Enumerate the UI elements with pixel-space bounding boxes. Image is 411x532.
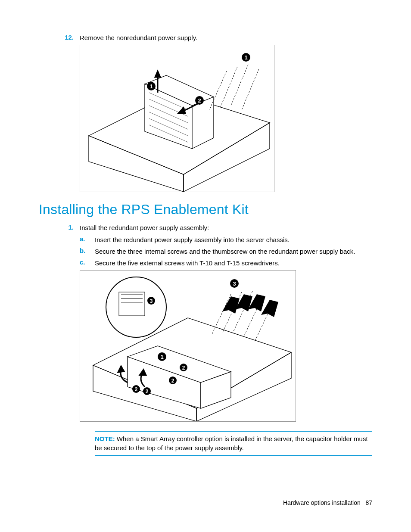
section-heading: Installing the RPS Enablement Kit — [39, 202, 372, 218]
substep-text: Insert the redundant power supply assemb… — [95, 235, 372, 244]
rps-install-illustration-icon: 3 1 2 2 2 2 3 — [80, 271, 296, 421]
substep-b: b. Secure the three internal screws and … — [80, 247, 372, 256]
svg-text:2: 2 — [146, 389, 149, 395]
svg-text:2: 2 — [182, 365, 185, 371]
svg-point-31 — [106, 277, 166, 337]
step-12: 12. Remove the nonredundant power supply… — [39, 34, 372, 42]
footer-section: Hardware options installation — [283, 499, 361, 506]
substep-text: Secure the three internal screws and the… — [95, 247, 372, 256]
svg-text:1: 1 — [244, 54, 247, 61]
substep-c: c. Secure the five external screws with … — [80, 258, 372, 268]
step-text: Remove the nonredundant power supply. — [80, 34, 372, 42]
substep-a: a. Insert the redundant power supply ass… — [80, 235, 372, 244]
substep-letter: b. — [80, 247, 95, 256]
step-text: Install the redundant power supply assem… — [80, 224, 372, 232]
svg-text:1: 1 — [149, 83, 153, 90]
substep-letter: a. — [80, 235, 95, 244]
figure-remove-psu: 1 2 1 — [80, 45, 274, 192]
figure-install-rps: 3 1 2 2 2 2 3 — [80, 270, 296, 422]
note-label: NOTE: — [95, 435, 115, 442]
svg-text:3: 3 — [233, 280, 236, 287]
note-text: When a Smart Array controller option is … — [95, 435, 368, 451]
step-number: 12. — [39, 34, 80, 42]
substep-text: Secure the five external screws with T-1… — [95, 258, 372, 268]
step-1: 1. Install the redundant power supply as… — [39, 224, 372, 232]
svg-text:1: 1 — [160, 354, 163, 360]
chassis-illustration-icon: 1 2 1 — [80, 45, 274, 192]
step-number: 1. — [39, 224, 80, 232]
svg-text:3: 3 — [150, 298, 153, 304]
svg-text:2: 2 — [135, 386, 138, 392]
svg-text:2: 2 — [198, 97, 201, 104]
page-footer: Hardware options installation 87 — [283, 499, 372, 506]
svg-text:2: 2 — [171, 378, 174, 384]
document-page: 12. Remove the nonredundant power supply… — [0, 0, 411, 532]
substep-letter: c. — [80, 258, 95, 268]
footer-page-number: 87 — [365, 499, 372, 506]
note-box: NOTE: When a Smart Array controller opti… — [95, 431, 372, 456]
